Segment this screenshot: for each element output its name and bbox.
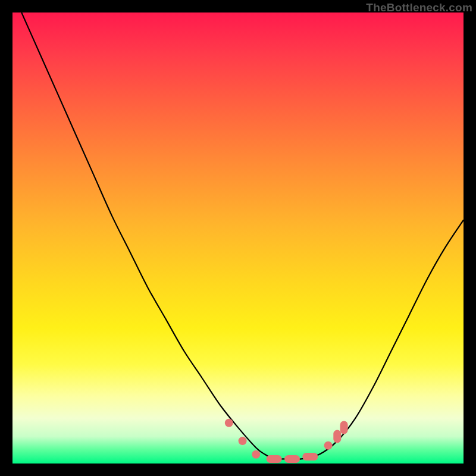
curve-marker: [284, 455, 300, 463]
chart-svg: [12, 12, 464, 464]
chart-plot-area: [12, 12, 464, 464]
curve-marker: [302, 453, 318, 461]
attribution-text: TheBottleneck.com: [366, 1, 472, 14]
curve-marker: [333, 430, 341, 443]
curve-markers: [225, 419, 348, 463]
chart-frame: TheBottleneck.com: [0, 0, 476, 476]
curve-marker: [324, 441, 333, 450]
curve-marker: [225, 419, 233, 427]
curve-marker: [267, 455, 282, 463]
bottleneck-curve: [21, 12, 464, 459]
curve-marker: [340, 421, 348, 434]
curve-marker: [252, 450, 260, 459]
curve-marker: [239, 437, 247, 445]
